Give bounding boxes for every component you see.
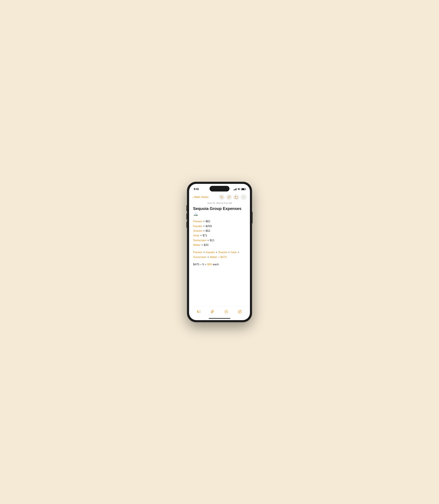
svg-point-10 — [226, 311, 227, 312]
markup-icon — [224, 310, 228, 314]
checklist-icon — [197, 310, 201, 313]
bottom-toolbar — [189, 306, 250, 318]
sum-kayaks-ref: Kayaks — [206, 251, 215, 254]
expense-gear: Gear = $71 — [193, 233, 246, 238]
dynamic-island — [209, 186, 230, 192]
expense-passes-label: Passes — [193, 220, 202, 223]
home-indicator — [189, 318, 250, 320]
checklist-button[interactable] — [195, 308, 203, 315]
wifi-icon — [237, 188, 240, 190]
expense-passes: Passes = $62 — [193, 219, 246, 224]
svg-point-3 — [244, 197, 245, 197]
expense-snacks-label: Snacks — [193, 229, 202, 232]
expense-snacks-value: = $52 — [203, 229, 210, 232]
attachment-icon — [211, 310, 215, 314]
svg-point-0 — [239, 190, 239, 190]
home-bar — [209, 318, 230, 319]
division-formula: $475 ÷ 5 = $95 each — [193, 262, 246, 267]
more-button[interactable] — [241, 194, 247, 200]
svg-point-5 — [197, 311, 198, 311]
sum-sunscreen-ref: Sunscreen — [193, 255, 207, 259]
expense-water: Water = $20 — [193, 243, 246, 247]
undo-icon — [220, 195, 223, 199]
phone-screen: 9:41 ‹ — [189, 184, 250, 320]
expense-sunscreen-label: Sunscreen — [193, 239, 207, 242]
undo-button[interactable] — [219, 194, 225, 200]
status-icons — [233, 188, 245, 190]
svg-point-1 — [242, 197, 243, 197]
attachment-button[interactable] — [209, 308, 216, 315]
nav-actions — [219, 194, 247, 200]
expense-sunscreen: Sunscreen = $11 — [193, 238, 246, 242]
svg-point-2 — [244, 197, 244, 197]
expense-sunscreen-value: = $11 — [207, 239, 215, 242]
battery-icon — [241, 188, 245, 190]
compose-icon — [238, 310, 242, 314]
division-result: $95 — [207, 263, 212, 266]
note-title: Sequoia Group Expenses 🏔️ — [193, 206, 246, 216]
sum-gear-ref: Gear — [231, 251, 237, 254]
phone-frame: 9:41 ‹ — [187, 182, 252, 322]
division-suffix: each — [213, 263, 219, 266]
signal-icon — [233, 188, 236, 190]
expense-water-label: Water — [193, 243, 201, 247]
more-icon — [242, 195, 245, 199]
sum-formula-line2: Sunscreen + Water = $475 — [193, 255, 246, 259]
sum-result: = $475 — [218, 255, 227, 259]
expense-passes-value: = $62 — [203, 220, 210, 223]
division-prefix: $475 ÷ 5 = — [193, 263, 207, 266]
expense-gear-value: = $71 — [200, 234, 207, 237]
expense-gear-label: Gear — [193, 234, 199, 237]
nav-bar: ‹ Math Notes — [189, 193, 250, 202]
compose-button[interactable] — [236, 308, 244, 315]
note-content: June 10, 2024 at 9:41 AM Sequoia Group E… — [189, 202, 250, 306]
expense-kayaks-label: Kayaks — [193, 225, 202, 228]
sum-water-ref: Water — [210, 255, 217, 259]
redo-icon — [227, 195, 231, 199]
back-chevron-icon: ‹ — [192, 195, 194, 199]
expense-kayaks: Kayaks = $259 — [193, 224, 246, 228]
expense-water-value: = $20 — [201, 243, 208, 247]
note-body[interactable]: Passes = $62 Kayaks = $259 Snacks = $52 … — [193, 219, 246, 267]
back-button[interactable]: ‹ Math Notes — [192, 195, 209, 199]
expense-kayaks-value: = $259 — [203, 225, 212, 228]
share-icon — [234, 195, 238, 199]
sum-formula: Passes + Kayaks + Snacks + Gear + — [193, 250, 246, 254]
markup-button[interactable] — [223, 308, 230, 315]
expense-snacks: Snacks = $52 — [193, 229, 246, 233]
note-date: June 10, 2024 at 9:41 AM — [193, 202, 246, 204]
sum-snacks-ref: Snacks — [218, 251, 227, 254]
svg-point-6 — [197, 312, 198, 313]
status-time: 9:41 — [194, 188, 199, 191]
redo-button[interactable] — [226, 194, 232, 200]
sum-passes-ref: Passes — [193, 251, 202, 254]
back-label: Math Notes — [194, 195, 209, 199]
share-button[interactable] — [233, 194, 239, 200]
